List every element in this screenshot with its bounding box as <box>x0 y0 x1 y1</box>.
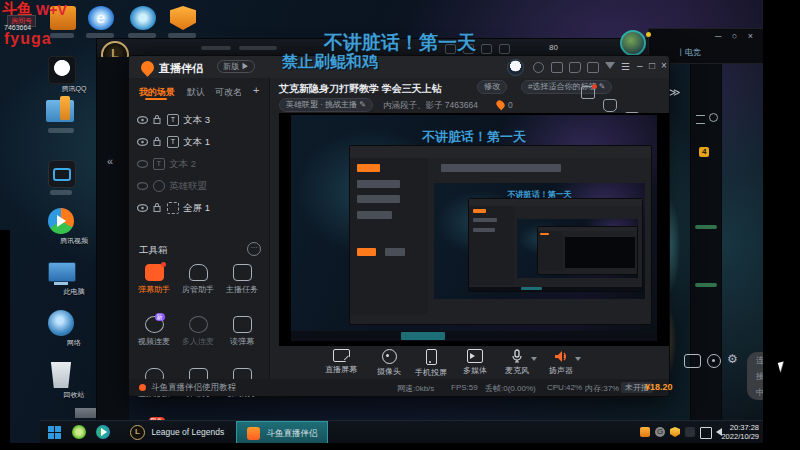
toolbar-phone-cast[interactable]: 手机投屏 <box>409 349 453 378</box>
toolbar-speaker[interactable]: 扬声器 <box>539 349 583 376</box>
taskbar-security-icon[interactable] <box>72 425 86 439</box>
recycle-bin-icon[interactable] <box>49 362 73 388</box>
tool-moderator-assistant[interactable]: 房管助手 <box>177 264 219 295</box>
tray-display-icon[interactable] <box>700 427 712 439</box>
toolbox-more-icon[interactable]: ⋯ <box>247 242 261 256</box>
toolbar-microphone[interactable]: 麦克风 <box>495 349 539 376</box>
social-badge: 4 <box>699 147 709 157</box>
tool-danmaku-assistant[interactable]: 弹幕助手 <box>133 264 175 295</box>
friend-status-text <box>695 225 717 229</box>
douyu-companion-window: 直播伴侣 新版 ▶ ☰ – □ × 我的场景 默认 可改名 + T <box>128 55 670 397</box>
tool-multi-link[interactable]: 多人连麦 <box>177 316 219 347</box>
tab-underline <box>145 98 167 100</box>
clock-date: 2022/10/29 <box>721 432 759 441</box>
windows-taskbar: L League of Legends 斗鱼直播伴侣 G 20:37:28 20… <box>40 420 763 444</box>
friend-status-text <box>695 283 717 287</box>
heat-flame-icon <box>495 99 506 110</box>
network-icon[interactable] <box>48 310 74 336</box>
ie-browser-icon[interactable]: e <box>88 6 114 30</box>
stream-title: 艾克新隐身刀打野教学 学会三天上钻 <box>279 82 442 96</box>
mic-dropdown-caret[interactable] <box>531 357 537 361</box>
share-icon[interactable]: ≪ <box>669 86 681 99</box>
computer-icon-label: 此电脑 <box>48 287 100 297</box>
search-icon[interactable] <box>709 113 718 122</box>
channel-meta: 内涵段子、影子 7463664 <box>383 100 478 112</box>
tab-default[interactable]: 默认 <box>187 86 205 99</box>
mirror-level-3 <box>517 219 638 279</box>
live-preview-canvas[interactable]: 不讲脏话！第一天禁止刷鲲和鸡 不讲脏话！第一天禁止刷鲲和鸡 <box>279 113 669 346</box>
add-scene-button[interactable]: + <box>253 84 259 96</box>
start-button[interactable] <box>48 426 61 439</box>
game-source-icon <box>153 180 165 192</box>
record-icon[interactable] <box>684 354 701 368</box>
tab-renamable[interactable]: 可改名 <box>215 86 242 99</box>
scene-label[interactable]: 文本 2 <box>169 158 196 171</box>
collapse-chevron-icon[interactable]: « <box>107 155 113 167</box>
browser-globe-icon[interactable] <box>130 6 156 30</box>
scene-row[interactable]: 英雄联盟 <box>137 176 265 196</box>
computer-icon[interactable] <box>48 262 76 282</box>
settings-gear-icon[interactable]: ⚙ <box>727 352 738 366</box>
mirror-app-window: 不讲脏话！第一天禁止刷鲲和鸡 <box>349 145 652 326</box>
tool-video-link[interactable]: 新 视频连麦 <box>133 316 175 347</box>
scene-row[interactable]: T 文本 3 <box>137 110 265 130</box>
fullscreen-source-icon <box>167 202 179 214</box>
record-target-icon[interactable] <box>707 354 721 368</box>
text-source-icon: T <box>167 136 179 148</box>
app-sidebar: 我的场景 默认 可改名 + T 文本 3 T 文本 1 T 文本 2 <box>129 78 270 379</box>
scene-label[interactable]: 文本 1 <box>183 136 210 149</box>
toolbar-live-screen[interactable]: 直播屏幕 <box>319 349 363 375</box>
gift-icon[interactable] <box>581 86 595 99</box>
recycle-bin-label: 回收站 <box>48 390 100 400</box>
tutorial-dot-icon <box>139 384 146 391</box>
speaker-dropdown-caret[interactable] <box>575 357 581 361</box>
mirror-overlay-line1: 不讲脏话！第一天 <box>291 129 658 145</box>
lock-icon[interactable] <box>603 99 617 112</box>
tray-app-icon[interactable] <box>685 427 695 437</box>
toolbar-webcam[interactable]: 摄像头 <box>367 349 411 377</box>
text-source-icon: T <box>167 114 179 126</box>
taskbar-player-icon[interactable] <box>96 425 110 439</box>
text-source-icon: T <box>153 158 165 170</box>
toolbar-media[interactable]: 多媒体 <box>453 349 497 376</box>
icon-label-smudge <box>50 190 72 195</box>
list-icon[interactable] <box>696 115 705 124</box>
letterbox-right <box>763 0 800 450</box>
folder-badge <box>60 96 70 120</box>
tool-streamer-tasks[interactable]: 主播任务 <box>221 264 263 295</box>
mirror-preview: 不讲脏话！第一天禁止刷鲲和鸡 <box>434 183 644 299</box>
taskbar-item-lol[interactable]: L League of Legends <box>122 421 232 444</box>
tutorial-link[interactable]: 斗鱼直播伴侣使用教程 <box>151 382 236 394</box>
tray-g-icon[interactable]: G <box>655 427 665 437</box>
mirror-level-2: 不讲脏话！第一天禁止刷鲲和鸡 <box>434 183 644 299</box>
icon-label-smudge <box>48 128 74 133</box>
app-statusbar: 斗鱼直播伴侣使用教程 网速:0kb/s FPS:59 丢帧:0(0.00%) C… <box>129 379 669 396</box>
tag-select-button[interactable]: #选择适合你的标签 ✎ <box>521 80 612 94</box>
heat-value: 0 <box>508 100 513 110</box>
mirror-level-1: 不讲脏话！第一天禁止刷鲲和鸡 不讲脏话！第一天禁止刷鲲和鸡 <box>291 115 664 341</box>
edit-title-button[interactable]: 修改 <box>477 80 507 94</box>
clock-time: 20:37:28 <box>721 423 759 432</box>
scene-label[interactable]: 全屏 1 <box>183 202 210 215</box>
tool-read-danmaku[interactable]: 读弹幕 <box>221 316 263 347</box>
lol-task-icon: L <box>130 425 145 440</box>
scene-label[interactable]: 英雄联盟 <box>169 180 207 193</box>
category-chip[interactable]: 英雄联盟 · 挑战主播 ✎ <box>279 98 373 112</box>
screen: e 腾讯QQ 腾讯视频 此电脑 网络 回收站 斗鱼 W+V 房间号 <box>0 0 800 450</box>
scene-row[interactable]: T 文本 2 <box>137 154 265 174</box>
media-icon <box>467 349 483 363</box>
tray-shield-icon[interactable] <box>670 427 680 437</box>
fps-stat: FPS:59 <box>451 383 478 392</box>
dark-app-icon[interactable] <box>48 160 76 188</box>
scene-row[interactable]: T 文本 1 <box>137 132 265 152</box>
taskbar-clock[interactable]: 20:37:28 2022/10/29 <box>721 423 759 441</box>
security-shield-icon[interactable] <box>170 6 196 30</box>
computer-icon-stand <box>54 282 68 285</box>
cpu-stat: CPU:42% <box>547 383 582 392</box>
lol-left-nav: « <box>97 57 130 421</box>
scene-label[interactable]: 文本 3 <box>183 114 210 127</box>
phone-cast-icon <box>426 349 437 365</box>
scene-row[interactable]: 全屏 1 <box>137 198 265 218</box>
tray-douyu-icon[interactable] <box>640 427 650 437</box>
tencent-video-icon[interactable] <box>48 208 74 234</box>
